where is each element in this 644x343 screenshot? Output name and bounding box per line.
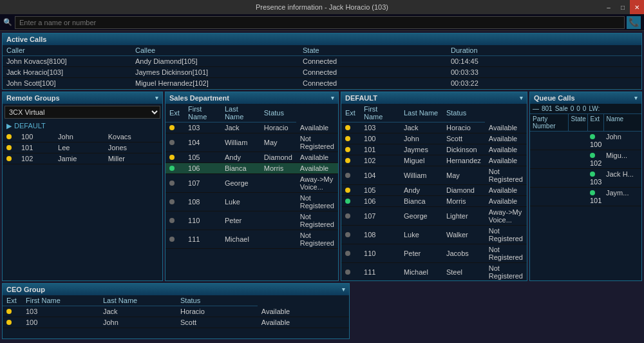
table-row[interactable]: 102MiguelHernandezAvailable	[341, 155, 527, 166]
status-dot	[169, 155, 175, 160]
queue-tab-0c: 0	[583, 105, 587, 112]
table-row[interactable]: 103JackHoracioAvailable	[3, 306, 349, 317]
status-dot	[590, 172, 595, 177]
col-state: State	[299, 45, 447, 56]
status-dot	[345, 213, 350, 219]
queue-calls-panel: Queue Calls ▾ — 801 Sale 0 0 0 LW: Party…	[529, 92, 642, 281]
queue-tabs: — 801 Sale 0 0 0 LW:	[530, 104, 641, 114]
table-row[interactable]: 106BiancaMorrisAvailable	[166, 163, 338, 174]
sales-department-header: Sales Department ▾	[166, 92, 338, 104]
table-row[interactable]: 108LukeNot Registered	[166, 193, 338, 211]
close-button[interactable]: ✕	[630, 0, 644, 14]
sales-col-ext: Ext	[166, 104, 184, 122]
default-group-panel: DEFAULT ▾ Ext First Name Last Name Statu…	[341, 92, 527, 281]
status-dot	[345, 125, 350, 130]
list-item[interactable]: 101LeeJones	[3, 142, 162, 153]
active-calls-section: Active Calls Caller Callee State Duratio…	[2, 33, 642, 90]
table-row[interactable]: 104WilliamMayNot Registered	[166, 133, 338, 152]
maximize-button[interactable]: □	[616, 0, 630, 14]
default-group-header: DEFAULT ▾	[341, 92, 527, 104]
table-row[interactable]: John Scott[100]Miguel Hernandez[102]Conn…	[3, 78, 641, 89]
table-row[interactable]: 110PeterJacobsNot Registered	[341, 244, 527, 263]
table-row[interactable]: 105AndyDiamondAvailable	[166, 152, 338, 163]
sales-department-arrow[interactable]: ▾	[331, 95, 334, 101]
status-dot	[590, 134, 595, 139]
search-icon: 🔍	[3, 18, 12, 26]
bottom-sections: CEO Group ▾ Ext First Name Last Name Sta…	[0, 283, 644, 341]
phone-icon: 📞	[629, 17, 639, 27]
remote-groups-arrow[interactable]: ▾	[155, 95, 158, 101]
status-dot	[345, 251, 350, 256]
table-row[interactable]: 101JaymesDickinsonAvailable	[341, 144, 527, 155]
table-row[interactable]: 106BiancaMorrisAvailable	[341, 196, 527, 207]
remote-groups-select[interactable]: 3CX Virtual	[5, 106, 160, 119]
active-calls-table: Caller Callee State Duration John Kovacs…	[3, 45, 641, 89]
ceo-group-arrow[interactable]: ▾	[342, 286, 345, 293]
window-controls: – □ ✕	[601, 0, 644, 14]
ceo-col-status: Status	[176, 295, 258, 306]
table-row[interactable]: 111MichaelSteelNot Registered	[341, 263, 527, 281]
sales-department-panel: Sales Department ▾ Ext First Name Last N…	[165, 92, 339, 281]
remote-groups-header: Remote Groups ▾	[3, 92, 162, 104]
search-input[interactable]	[15, 16, 625, 29]
ceo-table-container: Ext First Name Last Name Status 103JackH…	[3, 295, 349, 338]
table-row[interactable]: 110PeterNot Registered	[166, 211, 338, 230]
group-name: ▶DEFAULT	[3, 121, 162, 132]
status-dot	[169, 125, 175, 130]
status-dot	[169, 218, 175, 223]
default-group-arrow[interactable]: ▾	[520, 95, 523, 101]
table-row[interactable]: 111MichaelNot Registered	[166, 230, 338, 249]
list-item[interactable]: 101 Jaym...	[530, 188, 641, 206]
status-dot	[345, 270, 350, 275]
status-dot	[345, 158, 350, 163]
phone-icon-button[interactable]: 📞	[627, 16, 641, 29]
queue-calls-header: Queue Calls ▾	[530, 92, 641, 104]
col-callee: Callee	[131, 45, 299, 56]
def-col-first: First Name	[360, 104, 400, 122]
queue-tab-minus[interactable]: —	[533, 105, 539, 112]
ceo-col-last: Last Name	[99, 295, 176, 306]
list-item[interactable]: 100JohnKovacs	[3, 132, 162, 142]
queue-calls-arrow[interactable]: ▾	[634, 95, 638, 101]
table-row[interactable]: 103JackHoracioAvailable	[166, 122, 338, 133]
ceo-group-panel: CEO Group ▾ Ext First Name Last Name Sta…	[2, 283, 350, 339]
list-item[interactable]: 103 Jack H...	[530, 169, 641, 188]
search-bar: 🔍 📞	[0, 14, 644, 31]
table-row[interactable]: 100JohnScottAvailable	[341, 133, 527, 144]
remote-groups-panel: Remote Groups ▾ 3CX Virtual ▶DEFAULT 100…	[2, 92, 163, 281]
minimize-button[interactable]: –	[601, 0, 616, 14]
table-row[interactable]: 107GeorgeLighterAway->My Voice...	[341, 207, 527, 226]
state-col-header: State	[569, 114, 588, 131]
table-row[interactable]: 103JackHoracioAvailable	[341, 122, 527, 133]
ceo-col-ext: Ext	[3, 295, 22, 306]
status-dot	[345, 147, 350, 152]
status-dot	[6, 145, 12, 150]
table-row[interactable]: 107GeorgeAway->My Voice...	[166, 174, 338, 193]
table-row[interactable]: 108LukeWalkerNot Registered	[341, 226, 527, 244]
table-row[interactable]: John Kovacs[8100]Andy Diamond[105]Connec…	[3, 56, 641, 67]
titlebar-title: Presence information - Jack Horacio (103…	[256, 3, 388, 11]
list-item[interactable]: 100 John	[530, 132, 641, 150]
queue-tab-sale[interactable]: Sale	[555, 105, 568, 112]
table-row[interactable]: 105AndyDiamondAvailable	[341, 185, 527, 196]
table-row[interactable]: Jack Horacio[103]Jaymes Dickinson[101]Co…	[3, 67, 641, 78]
status-dot	[6, 156, 12, 161]
table-row[interactable]: 100JohnScottAvailable	[3, 317, 349, 328]
ceo-col-first: First Name	[22, 295, 99, 306]
queue-list: 100 John 102 Migu... 103 Jack H... 101 J…	[530, 132, 641, 280]
status-dot	[345, 188, 350, 193]
status-dot	[169, 181, 175, 186]
list-item[interactable]: 102JamieMiller	[3, 153, 162, 164]
ceo-group-header: CEO Group ▾	[3, 284, 349, 295]
remote-groups-list: 100JohnKovacs101LeeJones102JamieMiller	[3, 132, 162, 280]
status-dot	[169, 140, 175, 145]
def-col-status: Status	[442, 104, 485, 122]
queue-tab-lw: LW:	[589, 105, 600, 112]
status-dot	[590, 153, 595, 158]
titlebar: Presence information - Jack Horacio (103…	[0, 0, 644, 14]
status-dot	[345, 173, 350, 178]
table-row[interactable]: 104WilliamMayNot Registered	[341, 166, 527, 185]
queue-tab-801[interactable]: 801	[542, 105, 553, 112]
status-dot	[345, 199, 350, 204]
list-item[interactable]: 102 Migu...	[530, 150, 641, 169]
